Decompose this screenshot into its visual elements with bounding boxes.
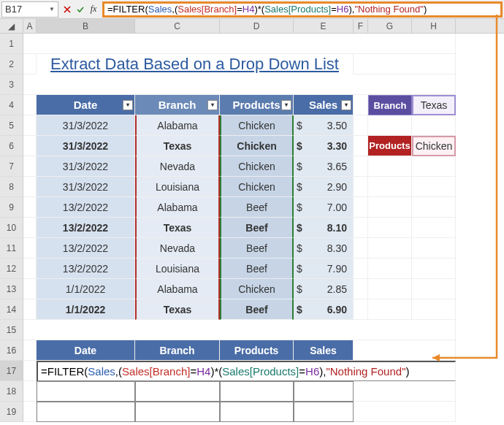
- empty-cell[interactable]: [23, 299, 37, 320]
- header-date[interactable]: Date▾: [37, 95, 135, 115]
- empty-cell[interactable]: [354, 54, 456, 74]
- cell-sales[interactable]: $8.30: [294, 238, 354, 259]
- empty-cell[interactable]: [354, 259, 368, 279]
- col-F[interactable]: F: [354, 19, 368, 33]
- cell-date[interactable]: 1/1/2022: [37, 279, 135, 299]
- cancel-icon[interactable]: [61, 4, 73, 15]
- cell-product[interactable]: Chicken: [220, 177, 294, 197]
- empty-cell[interactable]: [412, 299, 456, 320]
- row-6[interactable]: 6: [0, 136, 23, 156]
- cell-date[interactable]: 31/3/2022: [37, 136, 135, 156]
- cell-date[interactable]: 13/2/2022: [37, 238, 135, 259]
- empty-cell[interactable]: [412, 156, 456, 177]
- empty-cell[interactable]: [354, 95, 368, 115]
- cell-product[interactable]: Beef: [220, 238, 294, 259]
- empty-cell[interactable]: [23, 320, 456, 340]
- row-15[interactable]: 15: [0, 320, 23, 340]
- row-16[interactable]: 16: [0, 340, 23, 361]
- empty-cell[interactable]: [368, 279, 412, 299]
- empty-cell[interactable]: [412, 115, 456, 136]
- cell-date[interactable]: 31/3/2022: [37, 115, 135, 136]
- empty-cell[interactable]: [354, 197, 368, 218]
- header-sales[interactable]: Sales▾: [294, 95, 354, 115]
- col-B[interactable]: B: [37, 19, 135, 33]
- empty-cell[interactable]: [23, 279, 37, 299]
- out-cell[interactable]: [220, 381, 294, 402]
- empty-cell[interactable]: [354, 279, 368, 299]
- empty-cell[interactable]: [23, 259, 37, 279]
- empty-cell[interactable]: [412, 197, 456, 218]
- empty-cell[interactable]: [23, 156, 37, 177]
- out-cell[interactable]: [135, 381, 220, 402]
- cell-sales[interactable]: $6.90: [294, 299, 354, 320]
- cell-sales[interactable]: $7.00: [294, 197, 354, 218]
- cell-date[interactable]: 13/2/2022: [37, 218, 135, 238]
- empty-cell[interactable]: [412, 218, 456, 238]
- empty-cell[interactable]: [23, 218, 37, 238]
- cell-branch[interactable]: Louisiana: [135, 177, 220, 197]
- cell-sales[interactable]: $3.30: [294, 136, 354, 156]
- empty-cell[interactable]: [368, 177, 412, 197]
- cell-date[interactable]: 13/2/2022: [37, 259, 135, 279]
- active-cell-B17[interactable]: =FILTER(Sales,(Sales[Branch] = H4)*(Sale…: [37, 361, 456, 381]
- cell-branch[interactable]: Alabama: [135, 279, 220, 299]
- formula-input[interactable]: =FILTER(Sales,(Sales[Branch] = H4)*(Sale…: [102, 1, 503, 18]
- empty-cell[interactable]: [412, 177, 456, 197]
- dropdown-branch-value[interactable]: Texas: [412, 95, 456, 115]
- cell-branch[interactable]: Nevada: [135, 156, 220, 177]
- cell-date[interactable]: 31/3/2022: [37, 156, 135, 177]
- row-8[interactable]: 8: [0, 177, 23, 197]
- empty-cell[interactable]: [368, 259, 412, 279]
- empty-cell[interactable]: [354, 299, 368, 320]
- out-cell[interactable]: [135, 402, 220, 422]
- cell-product[interactable]: Chicken: [220, 115, 294, 136]
- row-12[interactable]: 12: [0, 259, 23, 279]
- cell-branch[interactable]: Alabama: [135, 115, 220, 136]
- empty-cell[interactable]: [23, 34, 456, 54]
- row-13[interactable]: 13: [0, 279, 23, 299]
- empty-cell[interactable]: [354, 218, 368, 238]
- cell-branch[interactable]: Louisiana: [135, 259, 220, 279]
- empty-cell[interactable]: [368, 156, 412, 177]
- empty-cell[interactable]: [354, 156, 368, 177]
- empty-cell[interactable]: [354, 115, 368, 136]
- chevron-down-icon[interactable]: ▼: [49, 6, 55, 12]
- empty-cell[interactable]: [368, 218, 412, 238]
- empty-cell[interactable]: [23, 74, 456, 95]
- empty-cell[interactable]: [23, 197, 37, 218]
- empty-cell[interactable]: [23, 402, 37, 422]
- empty-cell[interactable]: [368, 115, 412, 136]
- name-box[interactable]: B17 ▼: [1, 1, 58, 18]
- col-D[interactable]: D: [220, 19, 294, 33]
- cell-sales[interactable]: $7.90: [294, 259, 354, 279]
- empty-cell[interactable]: [23, 361, 37, 381]
- empty-cell[interactable]: [23, 115, 37, 136]
- col-E[interactable]: E: [294, 19, 354, 33]
- empty-cell[interactable]: [23, 54, 37, 74]
- empty-cell[interactable]: [354, 340, 456, 361]
- cell-sales[interactable]: $2.90: [294, 177, 354, 197]
- row-4[interactable]: 4: [0, 95, 23, 115]
- worksheet-grid[interactable]: 12Extract Data Based on a Drop Down List…: [0, 34, 504, 422]
- header-branch[interactable]: Branch▾: [135, 95, 220, 115]
- filter-dropdown-icon[interactable]: ▾: [341, 100, 351, 110]
- out-cell[interactable]: [37, 381, 135, 402]
- row-18[interactable]: 18: [0, 381, 23, 402]
- cell-branch[interactable]: Nevada: [135, 238, 220, 259]
- empty-cell[interactable]: [412, 279, 456, 299]
- out-cell[interactable]: [294, 402, 354, 422]
- row-9[interactable]: 9: [0, 197, 23, 218]
- empty-cell[interactable]: [23, 238, 37, 259]
- row-17[interactable]: 17: [0, 361, 23, 381]
- row-2[interactable]: 2: [0, 54, 23, 74]
- empty-cell[interactable]: [23, 95, 37, 115]
- empty-cell[interactable]: [368, 197, 412, 218]
- row-10[interactable]: 10: [0, 218, 23, 238]
- empty-cell[interactable]: [23, 381, 37, 402]
- empty-cell[interactable]: [23, 340, 37, 361]
- cell-product[interactable]: Beef: [220, 197, 294, 218]
- header-products[interactable]: Products▾: [220, 95, 294, 115]
- empty-cell[interactable]: [412, 259, 456, 279]
- cell-date[interactable]: 31/3/2022: [37, 177, 135, 197]
- empty-cell[interactable]: [354, 402, 456, 422]
